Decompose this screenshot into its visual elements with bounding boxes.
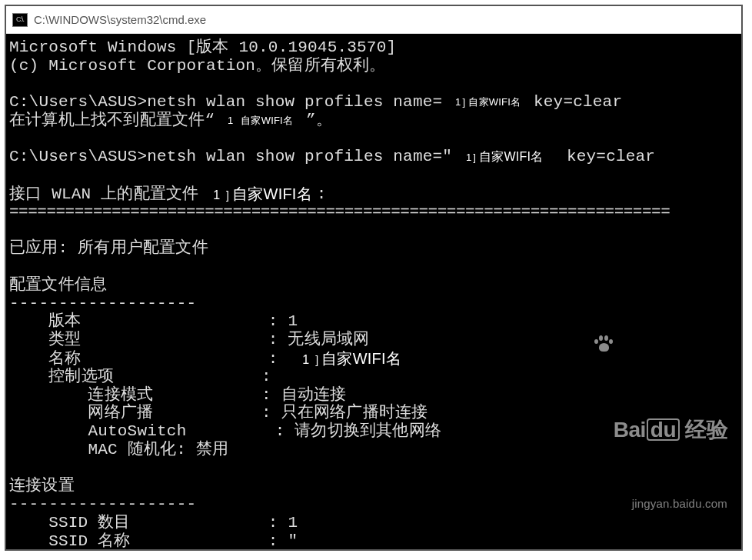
version-label: 版本 : bbox=[9, 312, 288, 330]
dashes-2: ------------------- bbox=[9, 495, 196, 513]
title-bar[interactable]: C:\. C:\WINDOWS\system32\cmd.exe bbox=[6, 6, 741, 34]
terminal-output[interactable]: Microsoft Windows [版本 10.0.19045.3570] (… bbox=[6, 34, 741, 549]
notfound-after: ”。 bbox=[306, 112, 332, 129]
cmd1-before: netsh wlan show profiles name= bbox=[147, 93, 442, 111]
watermark: Baidu经验 jingyan.baidu.com bbox=[568, 348, 727, 542]
copyright-line: (c) Microsoft Corporation。保留所有权利。 bbox=[9, 57, 386, 75]
cmd2-after: key=clear bbox=[557, 148, 655, 165]
ssid-name-label: SSID 名称 : bbox=[9, 532, 288, 550]
autoswitch-value: 请勿切换到其他网络 bbox=[294, 422, 441, 440]
cmd-icon: C:\. bbox=[12, 13, 28, 27]
ssid-count-label: SSID 数目 : bbox=[9, 514, 288, 532]
cmd1-after: key=clear bbox=[524, 93, 622, 111]
type-label: 类型 : bbox=[9, 331, 288, 348]
paw-icon bbox=[594, 335, 615, 352]
window-frame: C:\. C:\WINDOWS\system32\cmd.exe Microso… bbox=[5, 5, 743, 551]
broadcast-value: 只在网络广播时连接 bbox=[281, 404, 428, 422]
conn-settings-title: 连接设置 bbox=[9, 477, 75, 495]
version-value: 1 bbox=[288, 312, 298, 330]
brand-cn: 经验 bbox=[685, 418, 727, 442]
redacted-wifi-1: 1]自家WIFI名 bbox=[452, 96, 524, 108]
control-label: 控制选项 : bbox=[9, 368, 271, 385]
watermark-url: jingyan.baidu.com bbox=[568, 498, 727, 509]
brand-bai: Bai bbox=[614, 418, 646, 442]
type-value: 无线局域网 bbox=[288, 331, 369, 348]
ssid-name-value: " bbox=[288, 532, 298, 550]
broadcast-label: 网络广播 : bbox=[9, 404, 281, 422]
applied-line: 已应用: 所有用户配置文件 bbox=[9, 239, 208, 257]
macrand-value: 禁用 bbox=[196, 441, 228, 458]
os-version-line: Microsoft Windows [版本 10.0.19045.3570] bbox=[9, 38, 396, 56]
prompt-1: C:\Users\ASUS> bbox=[9, 93, 147, 111]
dashes-1: ------------------- bbox=[9, 295, 196, 312]
divider-line: ========================================… bbox=[9, 203, 670, 221]
window-title: C:\WINDOWS\system32\cmd.exe bbox=[34, 13, 206, 26]
connmode-label: 连接模式 : bbox=[9, 386, 281, 404]
brand-du: du bbox=[647, 418, 680, 441]
redacted-wifi-5: 1 ]自家WIFI名 bbox=[298, 349, 406, 368]
name-label: 名称 : bbox=[9, 349, 288, 367]
connmode-value: 自动连接 bbox=[281, 386, 347, 404]
prompt-2: C:\Users\ASUS> bbox=[9, 148, 147, 165]
profile-info-title: 配置文件信息 bbox=[9, 276, 107, 294]
redacted-wifi-2: 1]自家WIFI名 bbox=[225, 115, 296, 126]
autoswitch-label: AutoSwitch : bbox=[9, 422, 294, 440]
ssid-count-value: 1 bbox=[288, 514, 298, 532]
redacted-wifi-3: 1]自家WIFI名 bbox=[462, 150, 547, 164]
notfound-before: 在计算机上找不到配置文件“ bbox=[9, 112, 215, 129]
macrand-label: MAC 随机化: bbox=[9, 441, 196, 458]
interface-before: 接口 WLAN 上的配置文件 bbox=[9, 185, 198, 202]
interface-after: : bbox=[317, 185, 327, 202]
cmd2-before: netsh wlan show profiles name=" bbox=[147, 148, 452, 165]
redacted-wifi-4: 1 ]自家WIFI名 bbox=[208, 185, 317, 203]
